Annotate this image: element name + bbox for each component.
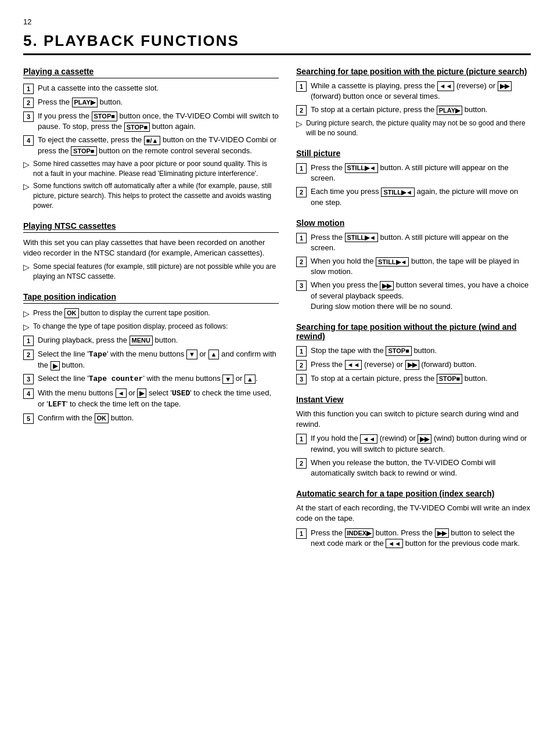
wr-step-2: 2 Press the ◄◄ (reverse) or ▶▶ (forward)… (296, 359, 531, 370)
ff-button-inline5: ▶▶ (435, 528, 449, 538)
note-2: ▷ Some functions switch off automaticall… (23, 181, 279, 210)
stop-button-inline5: STOP■ (437, 374, 462, 383)
section-index-search: Automatic search for a tape position (in… (296, 489, 531, 549)
step-2: 2 Press the PLAY▶ button. (23, 97, 279, 108)
section-title-playing-cassette: Playing a cassette (23, 67, 279, 78)
page-number: 12 (23, 17, 531, 26)
menu-button-inline: MENU (129, 336, 153, 345)
ff-button-inline2: ▶▶ (380, 281, 394, 290)
slow-step-1: 1 Press the STILL▶◄ button. A still pict… (296, 232, 531, 253)
rew-button-inline2: ◄◄ (345, 360, 362, 369)
still-button-inline4: STILL▶◄ (376, 257, 409, 267)
step-1: 1 Put a cassette into the cassette slot. (23, 83, 279, 94)
still-button-inline: STILL▶◄ (345, 163, 378, 172)
wr-step-1: 1 Stop the tape with the STOP■ button. (296, 345, 531, 357)
is-step-1: 1 Press the INDEX▶ button. Press the ▶▶ … (296, 528, 531, 549)
chapter-heading: 5. PLAYBACK FUNCTIONS (23, 32, 531, 55)
section-title-still: Still picture (296, 149, 531, 158)
section-instant-view: Instant View With this function you can … (296, 395, 531, 478)
section-title-slow: Slow motion (296, 218, 531, 228)
section-playing-ntsc: Playing NTSC cassettes With this set you… (23, 221, 279, 282)
left-button-inline: ◄ (116, 388, 127, 398)
section-title-wind: Searching for tape position without the … (296, 322, 531, 341)
up-button-inline2: ▲ (244, 375, 256, 384)
tape-pos-note1: ▷ Press the OK button to display the cur… (23, 308, 279, 319)
section-playing-cassette: Playing a cassette 1 Put a cassette into… (23, 67, 279, 211)
rew-button-inline4: ◄◄ (386, 539, 403, 548)
stop-button-inline2: STOP■ (124, 123, 150, 132)
eject-button-inline: ■/▲ (144, 136, 161, 145)
instant-body: With this function you can switch to pic… (296, 409, 531, 430)
up-button-inline: ▲ (208, 350, 220, 359)
section-title-index: Automatic search for a tape position (in… (296, 489, 531, 498)
still-step-1: 1 Press the STILL▶◄ button. A still pict… (296, 163, 531, 183)
ps-note: ▷ During picture search, the picture qua… (296, 118, 531, 138)
step-3: 3 If you press the STOP■ button once, th… (23, 111, 279, 132)
section-tape-position: Tape position indication ▷ Press the OK … (23, 292, 279, 424)
tape-pos-note2: ▷ To change the type of tape position di… (23, 322, 279, 332)
stop-button-inline: STOP■ (92, 111, 117, 121)
wr-step-3: 3 To stop at a certain picture, press th… (296, 373, 531, 384)
ok-button-inline: OK (64, 308, 79, 318)
still-button-inline2: STILL▶◄ (381, 188, 414, 197)
iv-step-1: 1 If you hold the ◄◄ (rewind) or ▶▶ (win… (296, 433, 531, 454)
play-button-inline: PLAY▶ (72, 98, 98, 107)
still-button-inline3: STILL▶◄ (345, 233, 378, 242)
play-button-inline2: PLAY▶ (437, 106, 462, 115)
tape-step-4: 4 With the menu buttons ◄ or ▶ select 'U… (23, 388, 279, 410)
tape-step-3: 3 Select the line 'Tape counter' with th… (23, 373, 279, 384)
section-title-picture-search: Searching for tape position with the pic… (296, 67, 531, 76)
iv-step-2: 2 When you release the button, the TV-VI… (296, 458, 531, 478)
rew-button-inline: ◄◄ (437, 81, 455, 91)
tape-step-1: 1 During playback, press the MENU button… (23, 335, 279, 346)
index-button-inline: INDEX▶ (345, 528, 374, 538)
section-title-instant: Instant View (296, 395, 531, 404)
note-1: ▷ Some hired cassettes may have a poor p… (23, 159, 279, 179)
down-button-inline: ▼ (186, 350, 197, 359)
down-button-inline2: ▼ (222, 375, 233, 384)
right-button-inline: ▶ (51, 361, 60, 370)
section-slow-motion: Slow motion 1 Press the STILL▶◄ button. … (296, 218, 531, 312)
still-step-2: 2 Each time you press STILL▶◄ again, the… (296, 186, 531, 207)
index-body: At the start of each recording, the TV-V… (296, 503, 531, 524)
step-4: 4 To eject the cassette, press the ■/▲ b… (23, 135, 279, 156)
section-still-picture: Still picture 1 Press the STILL▶◄ button… (296, 149, 531, 208)
ntsc-note: ▷ Some special features (for example, st… (23, 262, 279, 282)
right-button-inline2: ▶ (137, 388, 146, 398)
stop-button-inline3: STOP■ (71, 146, 96, 156)
ps-step-1: 1 While a cassette is playing, press the… (296, 81, 531, 102)
section-wind-rewind: Searching for tape position without the … (296, 322, 531, 384)
section-title-tape-pos: Tape position indication (23, 292, 279, 304)
section-picture-search: Searching for tape position with the pic… (296, 67, 531, 138)
slow-step-3: 3 When you press the ▶▶ button several t… (296, 280, 531, 312)
tape-step-5: 5 Confirm with the OK button. (23, 413, 279, 424)
ok-button-inline2: OK (95, 413, 109, 423)
rew-button-inline3: ◄◄ (360, 434, 377, 444)
section-title-ntsc: Playing NTSC cassettes (23, 221, 279, 233)
ntsc-body: With this set you can play cassettes tha… (23, 237, 279, 258)
ff-button-inline3: ▶▶ (405, 360, 419, 369)
ps-step-2: 2 To stop at a certain picture, press th… (296, 105, 531, 116)
ff-button-inline4: ▶▶ (418, 434, 431, 444)
stop-button-inline4: STOP■ (386, 346, 411, 355)
slow-step-2: 2 When you hold the STILL▶◄ button, the … (296, 256, 531, 277)
tape-step-2: 2 Select the line 'Tape' with the menu b… (23, 349, 279, 370)
ff-button-inline: ▶▶ (498, 81, 512, 91)
